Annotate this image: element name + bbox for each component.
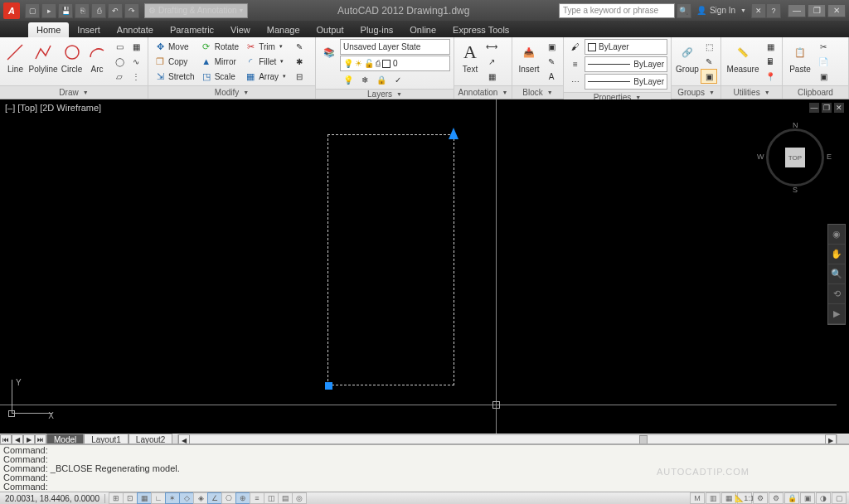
- ellipse-button[interactable]: ◯: [111, 54, 128, 69]
- qat-open-icon[interactable]: ▸: [41, 3, 56, 18]
- match-properties-button[interactable]: 🖌: [567, 39, 584, 54]
- tab-plugins[interactable]: Plug-ins: [352, 22, 402, 37]
- restore-button[interactable]: ❐: [808, 4, 826, 17]
- layer-current-dropdown[interactable]: 💡 ☀ 🔓 ⎙ 0: [340, 56, 450, 71]
- block-create-button[interactable]: ▣: [543, 39, 560, 54]
- nav-orbit-button[interactable]: ⟲: [828, 284, 845, 304]
- arc-button[interactable]: Arc: [85, 39, 109, 74]
- status-grid-button[interactable]: ▦: [137, 492, 152, 504]
- help-icon[interactable]: ?: [766, 3, 781, 18]
- drawing-area[interactable]: [–] [Top] [2D Wireframe] — ❐ ✕ Y X TOP N…: [0, 99, 849, 434]
- region-button[interactable]: ▱: [111, 69, 128, 84]
- lineweight-dropdown[interactable]: ByLayer: [585, 56, 667, 72]
- close-button[interactable]: ✕: [827, 4, 846, 17]
- offset-button[interactable]: ⊟: [291, 69, 308, 84]
- tab-output[interactable]: Output: [308, 22, 352, 37]
- command-prompt[interactable]: Command:: [3, 482, 846, 492]
- viewcube-north[interactable]: N: [793, 121, 798, 129]
- status-ws-button[interactable]: ⚙: [769, 492, 784, 504]
- viewport-label[interactable]: [–] [Top] [2D Wireframe]: [5, 103, 101, 113]
- status-sc-button[interactable]: ◎: [292, 492, 307, 504]
- tab-expresstools[interactable]: Express Tools: [444, 22, 517, 37]
- qat-undo-icon[interactable]: ↶: [108, 3, 123, 18]
- help-search-input[interactable]: Type a keyword or phrase: [559, 3, 675, 18]
- match-button[interactable]: ▣: [815, 69, 832, 84]
- panel-modify-title[interactable]: Modify▼: [148, 85, 315, 99]
- panel-utilities-title[interactable]: Utilities▼: [721, 85, 782, 99]
- polyline-button[interactable]: Polyline: [28, 39, 58, 74]
- layer-freeze-button[interactable]: ❄: [357, 72, 373, 87]
- fillet-button[interactable]: ◜Fillet▾: [242, 54, 289, 69]
- hatch-button[interactable]: ▦: [128, 39, 144, 54]
- panel-layers-title[interactable]: Layers▼: [316, 89, 454, 99]
- layer-state-dropdown[interactable]: Unsaved Layer State: [340, 39, 450, 55]
- viewcube-south[interactable]: S: [793, 186, 798, 194]
- tab-view[interactable]: View: [222, 22, 259, 37]
- status-qview-button[interactable]: ▥: [706, 492, 720, 504]
- workspace-selector[interactable]: ⚙ Drafting & Annotation ▼: [144, 3, 248, 18]
- status-dyn-button[interactable]: ⊕: [235, 492, 250, 504]
- status-annoscale-button[interactable]: 📐1:1: [737, 492, 752, 504]
- tab-insert[interactable]: Insert: [69, 22, 109, 37]
- point-button[interactable]: ⋮: [128, 69, 144, 84]
- minimize-button[interactable]: —: [788, 4, 806, 17]
- status-otrack-button[interactable]: ∠: [207, 492, 222, 504]
- quickcalc-button[interactable]: 🖩: [762, 54, 779, 69]
- trim-button[interactable]: ✂Trim▾: [242, 39, 289, 54]
- block-attr-button[interactable]: A: [543, 69, 560, 84]
- group-select-button[interactable]: ▣: [701, 69, 717, 84]
- qat-redo-icon[interactable]: ↷: [124, 3, 139, 18]
- nav-pan-button[interactable]: ✋: [828, 245, 845, 264]
- status-qp-button[interactable]: ▤: [278, 492, 293, 504]
- status-annovis-button[interactable]: ⚙: [753, 492, 768, 504]
- status-clean-button[interactable]: ▢: [832, 492, 847, 504]
- layer-lock-button[interactable]: 🔒: [373, 72, 390, 87]
- status-3dosnap-button[interactable]: ◈: [193, 492, 208, 504]
- ucs-icon[interactable]: Y X: [7, 380, 52, 425]
- rectangle-button[interactable]: ▭: [111, 39, 128, 54]
- ungroup-button[interactable]: ⬚: [701, 39, 717, 54]
- leader-button[interactable]: ↗: [483, 54, 500, 69]
- status-model-button[interactable]: M: [690, 492, 705, 504]
- status-lock-button[interactable]: 🔒: [784, 492, 799, 504]
- scale-button[interactable]: ◳Scale: [198, 69, 241, 84]
- status-hardware-button[interactable]: ▣: [800, 492, 815, 504]
- status-ducs-button[interactable]: ⎔: [221, 492, 236, 504]
- table-button[interactable]: ▦: [483, 69, 500, 84]
- line-button[interactable]: Line: [3, 39, 27, 74]
- vp-restore-button[interactable]: ❐: [822, 103, 832, 113]
- tab-annotate[interactable]: Annotate: [109, 22, 162, 37]
- measure-button[interactable]: 📏 Measure: [725, 39, 761, 74]
- vp-minimize-button[interactable]: —: [809, 103, 819, 113]
- status-lwt-button[interactable]: ≡: [250, 492, 264, 504]
- tab-home[interactable]: Home: [28, 22, 69, 37]
- viewcube-face[interactable]: TOP: [785, 148, 805, 167]
- circle-button[interactable]: Circle: [59, 39, 85, 74]
- select-all-button[interactable]: ▦: [762, 39, 779, 54]
- id-point-button[interactable]: 📍: [762, 69, 779, 84]
- layer-off-button[interactable]: 💡: [340, 72, 357, 87]
- color-dropdown[interactable]: ByLayer: [585, 39, 667, 55]
- signin-button[interactable]: 👤 Sign In ▼: [696, 6, 746, 15]
- status-infer-button[interactable]: ⊞: [109, 492, 124, 504]
- coordinates-readout[interactable]: 20.0031, 18.4406, 0.0000: [0, 494, 105, 503]
- layer-properties-button[interactable]: 📚: [319, 39, 339, 64]
- mirror-button[interactable]: ▲Mirror: [198, 54, 241, 69]
- explode-button[interactable]: ✱: [291, 54, 308, 69]
- paste-button[interactable]: 📋 Paste: [786, 39, 814, 74]
- stretch-button[interactable]: ⇲Stretch: [152, 69, 197, 84]
- copy-button[interactable]: ❐Copy: [152, 54, 197, 69]
- panel-groups-title[interactable]: Groups▼: [672, 85, 720, 99]
- app-menu-button[interactable]: A: [3, 2, 20, 19]
- linetype-dropdown[interactable]: ByLayer: [585, 74, 667, 90]
- status-isolate-button[interactable]: ◑: [816, 492, 831, 504]
- array-button[interactable]: ▦Array▾: [242, 69, 289, 84]
- group-edit-button[interactable]: ✎: [701, 54, 717, 69]
- grip-point[interactable]: [325, 382, 332, 390]
- group-button[interactable]: 🔗 Group: [675, 39, 700, 74]
- qat-new-icon[interactable]: ▢: [25, 3, 40, 18]
- copy-clip-button[interactable]: 📄: [815, 54, 832, 69]
- dimension-button[interactable]: ⟷: [483, 39, 500, 54]
- nav-showmotion-button[interactable]: ▶: [828, 304, 845, 324]
- command-window[interactable]: Command: Command: Command: _BCLOSE Regen…: [0, 443, 849, 492]
